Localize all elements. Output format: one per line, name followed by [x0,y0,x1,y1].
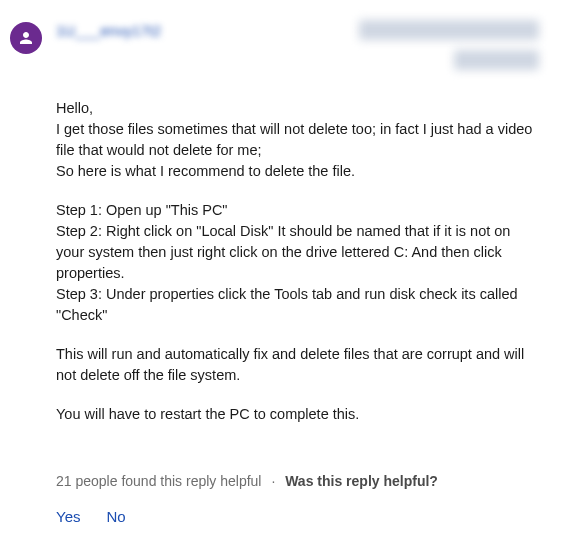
yes-button[interactable]: Yes [56,506,80,528]
closing-text: You will have to restart the PC to compl… [56,404,539,425]
person-icon [17,29,35,47]
post-footer: 21 people found this reply helpful · Was… [56,471,539,527]
separator: · [271,473,275,489]
post-meta [359,20,539,70]
intro-text-2: So here is what I recommend to delete th… [56,161,539,182]
greeting-text: Hello, [56,98,539,119]
helpful-question: Was this reply helpful? [285,473,438,489]
helpful-count: 21 people found this reply helpful [56,473,261,489]
header-right: 1U___envy17t2 [56,20,539,70]
step-2-text: Step 2: Right click on "Local Disk" It s… [56,221,539,284]
steps-block: Step 1: Open up "This PC" Step 2: Right … [56,200,539,326]
helpful-line: 21 people found this reply helpful · Was… [56,471,539,491]
avatar [10,22,42,54]
step-3-text: Step 3: Under properties click the Tools… [56,284,539,326]
no-button[interactable]: No [106,506,125,528]
yesno-row: Yes No [56,506,539,528]
result-text: This will run and automatically fix and … [56,344,539,386]
username-link[interactable]: 1U___envy17t2 [56,20,161,42]
step-1-text: Step 1: Open up "This PC" [56,200,539,221]
post-header: 1U___envy17t2 [10,20,539,70]
post-body: Hello, I get those files sometimes that … [56,98,539,425]
intro-block: Hello, I get those files sometimes that … [56,98,539,182]
meta-redacted-1 [359,20,539,40]
meta-redacted-2 [454,50,539,70]
intro-text-1: I get those files sometimes that will no… [56,119,539,161]
